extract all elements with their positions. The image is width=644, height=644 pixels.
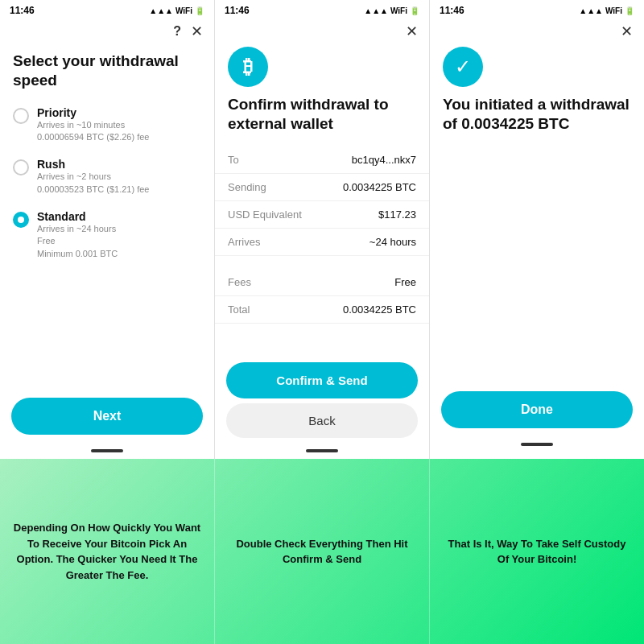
priority-sub2: 0.00006594 BTC ($2.26) fee [37,131,149,143]
detail-usd: USD Equivalent $117.23 [215,201,429,229]
status-time-3: 11:46 [440,5,464,16]
caption-text-2: Double Check Everything Then Hit Confirm… [226,536,418,568]
close-icon-2[interactable]: ✕ [406,23,418,40]
radio-standard[interactable] [13,212,29,228]
btc-icon: ₿ [228,47,268,87]
caption-text-1: Depending On How Quickly You Want To Rec… [11,520,203,583]
detail-arrives-label: Arrives [228,236,260,248]
battery-icon-3: 🔋 [625,6,634,15]
close-icon-3[interactable]: ✕ [621,23,633,40]
caption-cell-1: Depending On How Quickly You Want To Rec… [0,459,215,644]
detail-to-value: bc1qy4...nkx7 [352,154,416,166]
confirm-title: Confirm withdrawal to external wallet [215,95,429,134]
back-button[interactable]: Back [226,403,418,438]
detail-to: To bc1qy4...nkx7 [215,147,429,174]
check-icon: ✓ [443,47,483,87]
detail-fees-label: Fees [228,276,251,288]
signal-icon-3: ▲▲▲ [579,6,603,15]
signal-icon-2: ▲▲▲ [364,6,388,15]
status-icons-2: ▲▲▲ WiFi 🔋 [364,6,419,15]
standard-sub1: Arrives in ~24 hours [37,223,118,235]
confirm-send-button[interactable]: Confirm & Send [226,362,418,398]
detail-usd-value: $117.23 [378,208,416,221]
wifi-icon-3: WiFi [605,6,622,15]
detail-fees-value: Free [394,276,416,288]
status-icons-3: ▲▲▲ WiFi 🔋 [579,6,634,15]
detail-total-value: 0.0034225 BTC [343,303,416,316]
home-indicator-3 [521,443,553,446]
home-indicator-2 [306,449,338,452]
detail-arrives-value: ~24 hours [369,236,416,248]
rush-sub2: 0.00003523 BTC ($1.21) fee [37,184,149,196]
screen-confirm-withdrawal: 11:46 ▲▲▲ WiFi 🔋 ✕ ₿ Confirm withdrawal … [215,0,430,459]
help-icon[interactable]: ? [173,24,181,39]
caption-text-3: That Is It, Way To Take Self Custody Of … [441,536,633,568]
option-rush[interactable]: Rush Arrives in ~2 hours 0.00003523 BTC … [13,158,201,196]
battery-icon: 🔋 [195,6,204,15]
rush-label-group: Rush Arrives in ~2 hours 0.00003523 BTC … [37,158,149,196]
detail-sending: Sending 0.0034225 BTC [215,174,429,201]
header-bar-2: ✕ [215,19,429,43]
close-icon-1[interactable]: ✕ [191,23,203,40]
success-title: You initiated a withdrawal of 0.0034225 … [430,95,644,134]
header-bar-3: ✕ [430,19,644,43]
standard-sub2: Free [37,235,118,247]
captions-row: Depending On How Quickly You Want To Rec… [0,459,644,644]
screen1-title: Select your withdrawal speed [13,52,201,90]
detail-arrives: Arrives ~24 hours [215,229,429,256]
priority-label-group: Priority Arrives in ~10 minutes 0.000065… [37,106,149,144]
detail-sending-value: 0.0034225 BTC [343,181,416,193]
detail-total: Total 0.0034225 BTC [215,296,429,324]
signal-icon: ▲▲▲ [149,6,173,15]
status-bar-3: 11:46 ▲▲▲ WiFi 🔋 [430,0,644,19]
option-priority[interactable]: Priority Arrives in ~10 minutes 0.000065… [13,106,201,144]
standard-label: Standard [37,210,118,223]
rush-sub1: Arrives in ~2 hours [37,171,149,183]
radio-rush[interactable] [13,159,29,175]
radio-priority[interactable] [13,108,29,124]
screen-success: 11:46 ▲▲▲ WiFi 🔋 ✕ ✓ You initiated a wit… [430,0,644,459]
option-standard[interactable]: Standard Arrives in ~24 hours Free Minim… [13,210,201,260]
priority-sub1: Arrives in ~10 minutes [37,119,149,131]
wifi-icon-2: WiFi [390,6,407,15]
status-time-2: 11:46 [225,5,250,16]
home-indicator-1 [91,449,123,452]
status-icons-1: ▲▲▲ WiFi 🔋 [149,6,204,15]
status-bar-1: 11:46 ▲▲▲ WiFi 🔋 [0,0,214,19]
screen-withdrawal-speed: 11:46 ▲▲▲ WiFi 🔋 ? ✕ Select your withdra… [0,0,215,459]
done-button[interactable]: Done [441,391,633,428]
detail-to-label: To [228,154,239,166]
wifi-icon: WiFi [175,6,192,15]
standard-sub3: Minimum 0.001 BTC [37,248,118,260]
detail-usd-label: USD Equivalent [228,208,302,221]
detail-total-label: Total [228,303,250,316]
rush-label: Rush [37,158,149,171]
detail-fees: Fees Free [215,269,429,296]
priority-label: Priority [37,106,149,119]
caption-cell-2: Double Check Everything Then Hit Confirm… [215,459,430,644]
status-bar-2: 11:46 ▲▲▲ WiFi 🔋 [215,0,429,19]
next-button[interactable]: Next [11,398,203,435]
caption-cell-3: That Is It, Way To Take Self Custody Of … [430,459,644,644]
battery-icon-2: 🔋 [410,6,419,15]
header-bar-1: ? ✕ [0,19,214,43]
standard-label-group: Standard Arrives in ~24 hours Free Minim… [37,210,118,260]
detail-sending-label: Sending [228,181,266,193]
status-time-1: 11:46 [10,5,35,16]
